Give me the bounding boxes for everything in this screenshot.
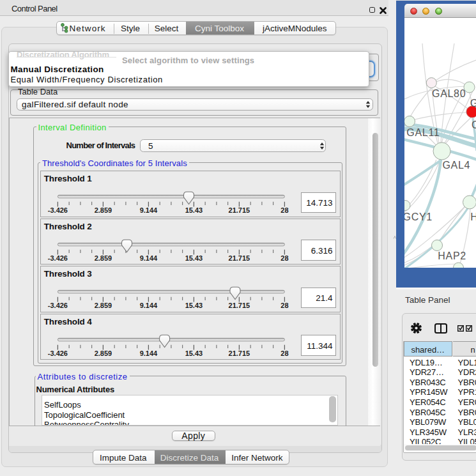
svg-text:H: H xyxy=(470,211,476,222)
svg-text:9.144: 9.144 xyxy=(140,254,158,262)
svg-text:28: 28 xyxy=(280,254,288,262)
svg-text:21.715: 21.715 xyxy=(229,254,250,262)
svg-text:2.859: 2.859 xyxy=(95,302,112,309)
svg-text:21.715: 21.715 xyxy=(229,206,250,214)
svg-text:2.859: 2.859 xyxy=(95,349,112,357)
svg-text:GAL11: GAL11 xyxy=(406,127,440,138)
svg-text:9.144: 9.144 xyxy=(140,349,158,357)
svg-text:-3.426: -3.426 xyxy=(48,302,68,309)
svg-text:15.43: 15.43 xyxy=(185,302,203,309)
svg-text:15.43: 15.43 xyxy=(185,206,203,214)
svg-text:9.144: 9.144 xyxy=(140,206,158,214)
svg-text:9.144: 9.144 xyxy=(140,302,158,309)
svg-text:GA: GA xyxy=(470,98,476,109)
svg-text:28: 28 xyxy=(280,302,288,309)
svg-text:-3.426: -3.426 xyxy=(48,349,68,357)
svg-text:28: 28 xyxy=(280,349,288,357)
svg-text:GCY1: GCY1 xyxy=(404,211,433,222)
svg-text:GAL80: GAL80 xyxy=(432,88,466,99)
svg-text:2.859: 2.859 xyxy=(95,206,112,214)
svg-text:15.43: 15.43 xyxy=(185,349,203,357)
svg-text:C: C xyxy=(472,119,476,130)
svg-text:2.859: 2.859 xyxy=(95,254,112,262)
svg-text:-3.426: -3.426 xyxy=(48,206,68,214)
svg-text:GAL4: GAL4 xyxy=(442,160,470,171)
svg-text:21.715: 21.715 xyxy=(229,349,250,357)
svg-text:15.43: 15.43 xyxy=(185,254,203,262)
svg-text:28: 28 xyxy=(280,206,288,214)
svg-text:21.715: 21.715 xyxy=(229,302,250,309)
svg-text:-3.426: -3.426 xyxy=(48,254,68,262)
svg-text:HAP2: HAP2 xyxy=(438,250,466,261)
